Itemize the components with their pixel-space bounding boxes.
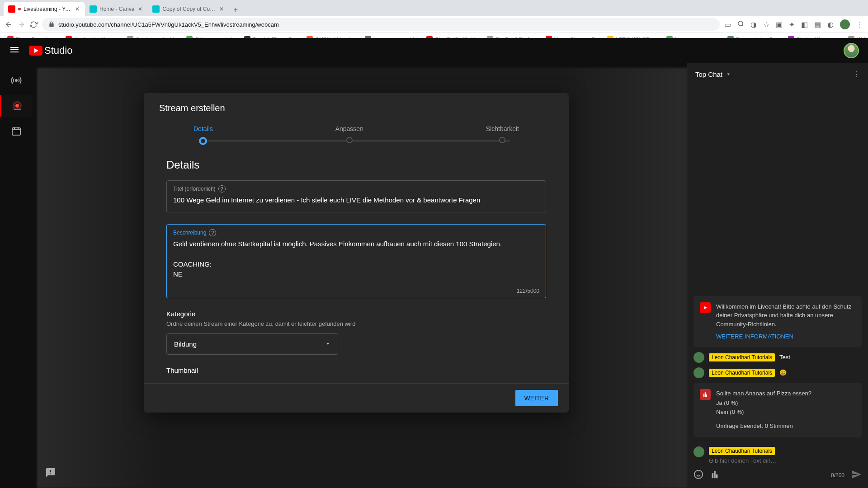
browser-tab[interactable]: Home - Canva ✕: [85, 2, 148, 16]
cast-icon[interactable]: ▭: [724, 20, 731, 29]
tab-title: Livestreaming - YouTube S: [24, 6, 71, 12]
step-dot-icon: [346, 137, 353, 143]
more-info-link[interactable]: WEITERE INFORMATIONEN: [716, 332, 855, 341]
description-field[interactable]: Beschreibung ? Geld verdienen ohne Start…: [166, 224, 546, 298]
reload-button[interactable]: [30, 21, 38, 28]
poll-question: Sollte man Ananas auf Pizza essen?: [716, 389, 811, 399]
step-customize[interactable]: Anpassen: [335, 125, 363, 145]
chat-message: Leon Chaudhari Tutorials Test: [693, 352, 862, 363]
forward-button[interactable]: [17, 20, 25, 28]
chat-user-avatar: [693, 367, 704, 378]
youtube-studio-app: Studio Stream erstellen Details: [0, 38, 868, 488]
emoji-button[interactable]: [693, 469, 703, 481]
send-button[interactable]: [851, 469, 862, 482]
help-icon[interactable]: ?: [209, 229, 216, 236]
tab-strip: Livestreaming - YouTube S ✕ Home - Canva…: [0, 0, 868, 16]
chat-user-avatar: [693, 352, 704, 363]
chat-author-badge[interactable]: Leon Chaudhari Tutorials: [709, 369, 775, 377]
category-select[interactable]: Bildung: [166, 333, 338, 355]
help-icon[interactable]: ?: [218, 185, 226, 192]
stepper: Details Anpassen Sichtbarkeit: [144, 118, 569, 159]
section-heading: Details: [166, 159, 546, 171]
sidebar-manage-button[interactable]: [5, 120, 27, 142]
svg-rect-4: [12, 128, 20, 135]
notice-text: Willkommen im Livechat! Bitte achte auf …: [716, 302, 855, 329]
chat-mode-selector[interactable]: Top Chat: [695, 70, 731, 78]
broadcast-icon: [11, 75, 22, 86]
tab-title: Home - Canva: [99, 6, 134, 12]
camera-icon: [12, 100, 23, 111]
zoom-icon[interactable]: [737, 20, 744, 29]
menu-icon[interactable]: ⋮: [856, 20, 863, 29]
lock-icon: [48, 21, 55, 28]
chrome-toolbar-icons: ▭ ◑ ☆ ▣ ✦ ◧ ▦ ◐ ⋮: [724, 19, 863, 29]
extension-icon[interactable]: ◐: [827, 20, 834, 29]
category-description: Ordne deinen Stream einer Kategorie zu, …: [166, 320, 546, 327]
calendar-icon: [11, 126, 22, 136]
chat-user-avatar: [693, 446, 704, 457]
extension-icon[interactable]: ▣: [776, 20, 783, 29]
back-button[interactable]: [5, 20, 13, 28]
step-visibility[interactable]: Sichtbarkeit: [486, 125, 519, 145]
close-icon[interactable]: ✕: [74, 6, 80, 12]
field-label: Beschreibung ?: [173, 229, 539, 236]
recording-indicator-icon: [18, 8, 21, 10]
tab-title: Copy of Copy of Copy of Cop: [162, 6, 216, 12]
sidebar-webcam-button[interactable]: [0, 95, 33, 117]
hamburger-menu-button[interactable]: [9, 44, 20, 57]
chat-text: Test: [779, 354, 790, 361]
chat-welcome-notice: Willkommen im Livechat! Bitte achte auf …: [693, 296, 862, 347]
sidebar-stream-button[interactable]: [5, 70, 27, 91]
star-icon[interactable]: ☆: [763, 20, 769, 29]
title-input[interactable]: [173, 195, 539, 206]
chevron-down-icon: [325, 341, 330, 347]
chevron-down-icon: [725, 71, 731, 77]
field-label: Titel (erforderlich) ?: [173, 185, 539, 192]
new-tab-button[interactable]: +: [229, 4, 242, 16]
send-icon: [851, 469, 862, 480]
youtube-icon: [29, 46, 42, 56]
extension-icon[interactable]: ◧: [801, 20, 808, 29]
chat-messages: Willkommen im Livechat! Bitte achte auf …: [687, 85, 868, 442]
browser-tab[interactable]: Copy of Copy of Copy of Cop ✕: [148, 2, 229, 16]
logo-text: Studio: [44, 45, 72, 56]
chat-message: Leon Chaudhari Tutorials 😃: [693, 367, 862, 378]
puzzle-icon[interactable]: ✦: [789, 20, 795, 29]
url-text: studio.youtube.com/channel/UC1a5FWVn0gUk…: [58, 21, 279, 28]
chat-header: Top Chat ⋮: [687, 63, 868, 85]
svg-point-5: [694, 470, 703, 479]
studio-logo[interactable]: Studio: [29, 45, 72, 56]
close-icon[interactable]: ✕: [137, 6, 143, 12]
canva-favicon: [152, 5, 160, 13]
description-textarea[interactable]: Geld verdienen ohne Startkapital ist mög…: [173, 239, 539, 284]
user-avatar[interactable]: [844, 43, 859, 58]
address-bar: studio.youtube.com/channel/UC1a5FWVn0gUk…: [0, 16, 868, 33]
browser-tab[interactable]: Livestreaming - YouTube S ✕: [4, 2, 85, 16]
step-dot-icon: [199, 137, 207, 145]
step-details[interactable]: Details: [193, 125, 213, 145]
feedback-button[interactable]: [45, 467, 56, 480]
live-chat-panel: Top Chat ⋮ Willkommen im Livechat! Bitte…: [687, 63, 868, 488]
shield-icon[interactable]: ◑: [750, 20, 757, 29]
chat-author-badge: Leon Chaudhari Tutorials: [709, 447, 775, 455]
title-field[interactable]: Titel (erforderlich) ?: [166, 180, 546, 212]
chat-options-button[interactable]: ⋮: [853, 70, 860, 79]
next-button[interactable]: WEITER: [515, 390, 558, 406]
poll-button[interactable]: [710, 469, 720, 481]
close-icon[interactable]: ✕: [218, 6, 225, 12]
poll-result: Umfrage beendet: 0 Stimmen: [716, 422, 811, 431]
svg-point-0: [738, 21, 743, 25]
sidebar: [0, 63, 33, 488]
modal-footer: WEITER: [144, 383, 569, 413]
feedback-icon: [45, 467, 56, 478]
chat-author-badge[interactable]: Leon Chaudhari Tutorials: [709, 353, 775, 361]
extension-icon[interactable]: ▦: [814, 20, 821, 29]
profile-avatar[interactable]: [840, 19, 850, 29]
chat-text-input[interactable]: [709, 457, 862, 464]
create-stream-modal: Stream erstellen Details Anpassen Sichtb…: [144, 93, 569, 413]
modal-content: Details Titel (erforderlich) ? Beschreib…: [144, 159, 569, 383]
char-count: 122/5000: [517, 288, 539, 294]
url-input[interactable]: studio.youtube.com/channel/UC1a5FWVn0gUk…: [42, 18, 720, 31]
chat-input-area: Leon Chaudhari Tutorials 0/200: [687, 442, 868, 488]
thumbnail-label: Thumbnail: [166, 366, 546, 374]
